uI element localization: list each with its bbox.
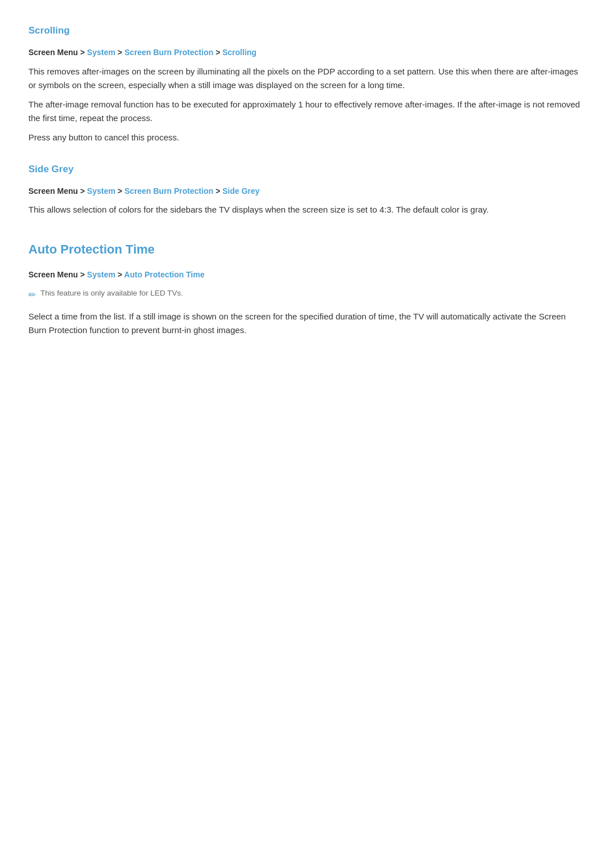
breadcrumb-sep7: > <box>80 270 87 279</box>
auto-protection-note: This feature is only available for LED T… <box>40 287 183 300</box>
auto-protection-title: Auto Protection Time <box>28 234 586 259</box>
breadcrumb-side-grey-link[interactable]: Side Grey <box>222 186 259 196</box>
breadcrumb-sep4: > <box>80 186 87 196</box>
breadcrumb-scrolling-link[interactable]: Scrolling <box>222 48 256 57</box>
scrolling-breadcrumb: Screen Menu > System > Screen Burn Prote… <box>28 46 586 59</box>
breadcrumb-screen-menu: Screen Menu <box>28 48 78 57</box>
scrolling-title: Scrolling <box>28 23 586 38</box>
scrolling-section: Scrolling Screen Menu > System > Screen … <box>28 23 586 144</box>
side-grey-title: Side Grey <box>28 161 586 177</box>
side-grey-breadcrumb: Screen Menu > System > Screen Burn Prote… <box>28 185 586 197</box>
breadcrumb-sep3: > <box>215 48 222 57</box>
breadcrumb-sep6: > <box>215 186 222 196</box>
side-grey-section: Side Grey Screen Menu > System > Screen … <box>28 161 586 217</box>
breadcrumb-system-link-3[interactable]: System <box>87 270 115 279</box>
auto-protection-section: Auto Protection Time Screen Menu > Syste… <box>28 234 586 337</box>
scrolling-desc2: The after-image removal function has to … <box>28 98 586 125</box>
scrolling-desc1: This removes after-images on the screen … <box>28 65 586 92</box>
breadcrumb-screen-menu-2: Screen Menu <box>28 186 78 196</box>
breadcrumb-sep2: > <box>118 48 125 57</box>
auto-protection-note-box: ✏ This feature is only available for LED… <box>28 287 586 302</box>
breadcrumb-system-link[interactable]: System <box>87 48 115 57</box>
breadcrumb-sep8: > <box>118 270 125 279</box>
breadcrumb-screen-burn-link-2[interactable]: Screen Burn Protection <box>125 186 213 196</box>
auto-protection-desc: Select a time from the list. If a still … <box>28 310 586 337</box>
breadcrumb-sep1: > <box>80 48 87 57</box>
breadcrumb-screen-menu-3: Screen Menu <box>28 270 78 279</box>
breadcrumb-system-link-2[interactable]: System <box>87 186 115 196</box>
breadcrumb-sep5: > <box>118 186 125 196</box>
pencil-icon: ✏ <box>28 288 36 302</box>
auto-protection-breadcrumb: Screen Menu > System > Auto Protection T… <box>28 268 586 281</box>
side-grey-desc: This allows selection of colors for the … <box>28 203 586 217</box>
scrolling-desc3: Press any button to cancel this process. <box>28 131 586 144</box>
breadcrumb-auto-protection-link[interactable]: Auto Protection Time <box>124 270 204 279</box>
breadcrumb-screen-burn-link[interactable]: Screen Burn Protection <box>125 48 213 57</box>
